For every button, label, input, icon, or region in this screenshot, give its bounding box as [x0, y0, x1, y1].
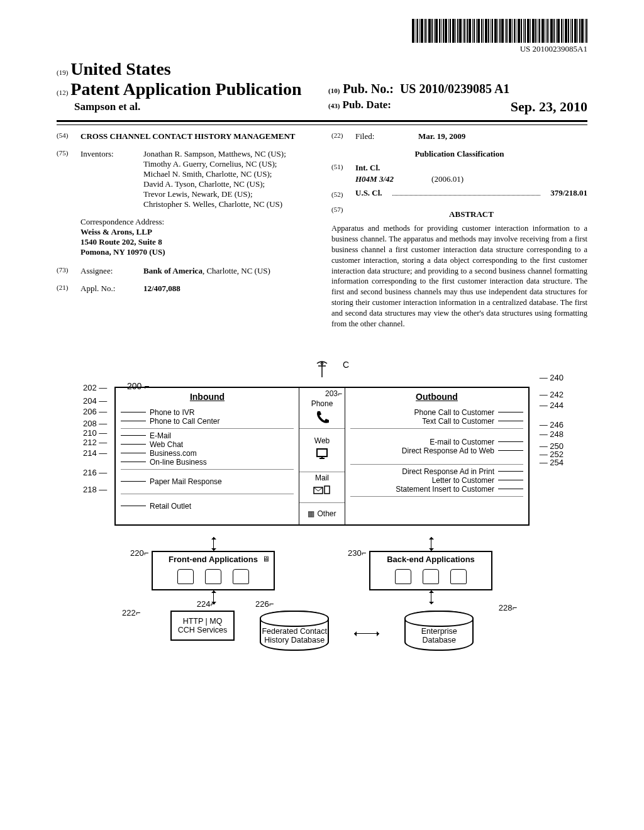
- in-webchat: Web Chat: [150, 440, 183, 449]
- in-online: On-line Business: [150, 458, 207, 467]
- svc-line1: HTTP | MQ: [178, 617, 228, 626]
- federated-db: Federated Contact History Database: [260, 611, 329, 651]
- application-number: 12/407,088: [143, 284, 180, 294]
- abstract-text: Apparatus and methods for providing cust…: [331, 223, 587, 329]
- ref-254: — 254: [540, 458, 564, 467]
- pub-classification-head: Publication Classification: [331, 149, 587, 159]
- authors-short: Sampson et al.: [74, 101, 316, 113]
- out-email: E-mail to Customer: [430, 438, 494, 446]
- code-12: (12): [57, 89, 68, 96]
- ref-246: — 246: [540, 421, 564, 429]
- code-19: (19): [57, 69, 68, 76]
- in-retail: Retail Outlet: [150, 502, 191, 511]
- svg-rect-5: [325, 486, 330, 494]
- out-statement: Statement Insert to Customer: [396, 485, 494, 494]
- patent-figure: C 200 ⌐ 202 — 204 — 206 — 208 — 210 — 21…: [114, 361, 530, 651]
- other-icon: ▦: [308, 509, 314, 518]
- barcode-text: US 20100239085A1: [57, 44, 587, 54]
- svg-rect-1: [317, 449, 327, 456]
- cch-services-box: 224⌐ HTTP | MQ CCH Services: [170, 611, 235, 641]
- publication-type: Patent Application Publication: [70, 79, 301, 99]
- ref-204: 204 —: [83, 397, 107, 405]
- intcl-date: (2006.01): [431, 174, 464, 184]
- corr-line-1: Weiss & Arons, LLP: [80, 227, 313, 237]
- pubdate-label: Pub. Date:: [343, 99, 391, 111]
- intcl-label: Int. Cl.: [355, 163, 380, 173]
- code-43: (43): [328, 102, 340, 109]
- out-adprint: Direct Response Ad in Print: [402, 467, 494, 476]
- code-75: (75): [57, 149, 74, 209]
- ref-216: 216 —: [83, 468, 107, 477]
- ref-214: 214 —: [83, 449, 107, 457]
- mail-icon: [313, 484, 331, 501]
- computer-icon: 🖥: [262, 555, 270, 563]
- inbound-title: Inbound: [121, 392, 294, 402]
- barcode: [57, 19, 587, 43]
- code-57: (57): [331, 206, 349, 223]
- svc-line2: CCH Services: [178, 626, 228, 634]
- intcl-code: H04M 3/42: [355, 174, 394, 184]
- frontend-title: Front-end Applications: [157, 555, 270, 564]
- code-73: (73): [57, 266, 74, 276]
- mid-other-label: Other: [317, 509, 336, 518]
- out-textcall: Text Call to Customer: [422, 417, 494, 426]
- outbound-title: Outbound: [350, 392, 523, 402]
- pubno-label: Pub. No.:: [343, 82, 394, 96]
- out-phonecall: Phone Call to Customer: [414, 408, 494, 417]
- correspondence-label: Correspondence Address:: [80, 217, 313, 227]
- mid-web-label: Web: [314, 436, 330, 445]
- code-51: (51): [331, 163, 349, 173]
- uscl-label: U.S. Cl.: [355, 188, 382, 198]
- backend-title: Back-end Applications: [374, 555, 487, 564]
- in-phone-callcenter: Phone to Call Center: [150, 417, 219, 426]
- ref-248: — 248: [540, 430, 564, 438]
- uscl-value: 379/218.01: [550, 188, 587, 198]
- corr-line-3: Pomona, NY 10970 (US): [80, 247, 313, 257]
- ref-208: 208 —: [83, 419, 107, 428]
- in-phone-ivr: Phone to IVR: [150, 408, 194, 417]
- phone-icon: [313, 409, 331, 426]
- svg-rect-2: [319, 458, 325, 459]
- code-52: (52): [331, 191, 349, 198]
- filed-date: Mar. 19, 2009: [418, 131, 465, 141]
- code-10: (10): [328, 87, 340, 94]
- ref-240: — 240: [540, 374, 564, 382]
- ref-220: 220: [130, 548, 144, 558]
- publication-number: US 2010/0239085 A1: [400, 82, 509, 96]
- filed-label: Filed:: [355, 131, 412, 141]
- ref-244: — 244: [540, 401, 564, 409]
- ref-226: 226⌐: [255, 599, 274, 609]
- ref-202: 202 —: [83, 384, 107, 392]
- mid-mail-label: Mail: [315, 473, 329, 482]
- ref-228: 228⌐: [499, 603, 517, 612]
- ref-203: 203: [325, 389, 338, 398]
- out-adweb: Direct Response Ad to Web: [402, 446, 494, 455]
- ref-230: 230: [348, 548, 362, 558]
- mid-phone-label: Phone: [311, 399, 333, 408]
- ref-206: 206 —: [83, 407, 107, 416]
- ref-224: 224⌐: [197, 599, 215, 609]
- in-email: E-Mail: [150, 431, 171, 440]
- ref-242: — 242: [540, 390, 564, 399]
- code-21: (21): [57, 284, 74, 294]
- invention-title: CROSS CHANNEL CONTACT HISTORY MANAGEMENT: [80, 131, 295, 141]
- antenna-label: C: [343, 360, 349, 370]
- code-54: (54): [57, 131, 74, 141]
- inventors-list: Jonathan R. Sampson, Matthews, NC (US); …: [143, 149, 288, 209]
- out-letter: Letter to Customer: [432, 476, 494, 485]
- ref-222: 222⌐: [122, 608, 140, 617]
- ref-212: 212 —: [83, 438, 107, 446]
- publication-date: Sep. 23, 2010: [511, 99, 587, 115]
- country: United States: [70, 59, 170, 79]
- code-22: (22): [331, 131, 349, 141]
- enterprise-db: Enterprise Database: [404, 611, 474, 651]
- in-papermail: Paper Mail Response: [150, 477, 222, 486]
- ref-210: 210 —: [83, 429, 107, 437]
- in-businesscom: Business.com: [150, 449, 197, 458]
- assignee-label: Assignee:: [80, 266, 137, 276]
- computer-icon: [313, 446, 331, 463]
- abstract-heading: ABSTRACT: [355, 209, 587, 219]
- ref-218: 218 —: [83, 485, 107, 494]
- corr-line-2: 1540 Route 202, Suite 8: [80, 237, 313, 247]
- antenna-icon: [316, 361, 328, 380]
